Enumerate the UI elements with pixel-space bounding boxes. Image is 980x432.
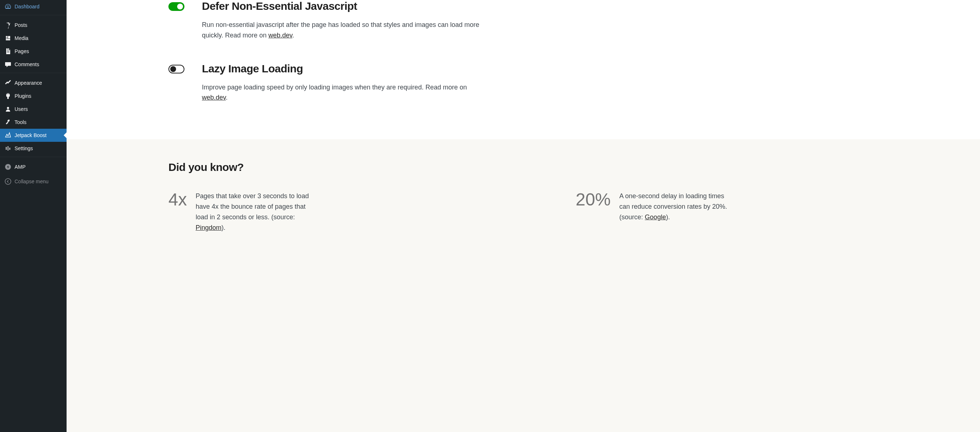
- sidebar-item-label: Appearance: [14, 80, 42, 86]
- sidebar-item-label: Jetpack Boost: [14, 132, 46, 138]
- webdev-link[interactable]: web.dev: [269, 32, 293, 39]
- webdev-link[interactable]: web.dev: [202, 94, 226, 101]
- plugins-icon: [4, 92, 12, 100]
- fact-conversion-rate: 20% A one-second delay in loading times …: [576, 191, 966, 233]
- setting-content: Lazy Image Loading Improve page loading …: [202, 62, 486, 103]
- facts-grid: 4x Pages that take over 3 seconds to loa…: [169, 191, 966, 233]
- google-link[interactable]: Google: [645, 213, 666, 221]
- sidebar-item-label: Collapse menu: [14, 179, 48, 184]
- toggle-lazy-images[interactable]: [169, 65, 185, 73]
- sidebar-item-appearance[interactable]: Appearance: [0, 76, 67, 89]
- sidebar-separator: [0, 157, 67, 159]
- sidebar-item-label: AMP: [14, 164, 25, 170]
- pin-icon: [4, 21, 12, 29]
- svg-point-1: [5, 179, 11, 184]
- sidebar-item-pages[interactable]: Pages: [0, 45, 67, 58]
- did-you-know-section: Did you know? 4x Pages that take over 3 …: [67, 139, 980, 432]
- sidebar-item-amp[interactable]: AMP: [0, 160, 67, 173]
- admin-sidebar: Dashboard Posts Media Pages Comments App…: [0, 0, 67, 432]
- sidebar-item-users[interactable]: Users: [0, 103, 67, 116]
- setting-defer-js: Defer Non-Essential Javascript Run non-e…: [169, 0, 488, 41]
- toggle-knob: [170, 66, 176, 72]
- amp-icon: [4, 163, 12, 170]
- tools-icon: [4, 119, 12, 126]
- fact-bounce-rate: 4x Pages that take over 3 seconds to loa…: [169, 191, 558, 233]
- sidebar-item-label: Posts: [14, 22, 27, 28]
- pages-icon: [4, 48, 12, 55]
- collapse-icon: [4, 178, 12, 185]
- setting-title: Defer Non-Essential Javascript: [202, 0, 486, 13]
- main-content: Defer Non-Essential Javascript Run non-e…: [67, 0, 980, 432]
- sidebar-item-label: Media: [14, 35, 29, 41]
- setting-description: Improve page loading speed by only loadi…: [202, 82, 486, 103]
- sidebar-item-label: Dashboard: [14, 4, 40, 10]
- sidebar-item-label: Pages: [14, 48, 29, 54]
- footer-title: Did you know?: [169, 161, 966, 173]
- sidebar-item-label: Users: [14, 106, 28, 112]
- settings-icon: [4, 145, 12, 152]
- toggle-defer-js[interactable]: [169, 2, 185, 11]
- fact-number: 20%: [576, 191, 611, 208]
- sidebar-item-comments[interactable]: Comments: [0, 58, 67, 71]
- sidebar-item-collapse[interactable]: Collapse menu: [0, 175, 67, 188]
- sidebar-item-dashboard[interactable]: Dashboard: [0, 0, 67, 13]
- toggle-knob: [177, 4, 183, 10]
- pingdom-link[interactable]: Pingdom: [196, 224, 221, 231]
- sidebar-item-label: Plugins: [14, 93, 31, 99]
- media-icon: [4, 35, 12, 42]
- sidebar-separator: [0, 15, 67, 17]
- setting-title: Lazy Image Loading: [202, 62, 486, 75]
- dashboard-icon: [4, 3, 12, 10]
- users-icon: [4, 105, 12, 113]
- boost-icon: [4, 132, 12, 139]
- setting-content: Defer Non-Essential Javascript Run non-e…: [202, 0, 486, 41]
- settings-section: Defer Non-Essential Javascript Run non-e…: [67, 0, 503, 139]
- sidebar-item-label: Settings: [14, 145, 33, 151]
- sidebar-item-media[interactable]: Media: [0, 32, 67, 45]
- comments-icon: [4, 61, 12, 68]
- sidebar-item-settings[interactable]: Settings: [0, 142, 67, 155]
- sidebar-item-tools[interactable]: Tools: [0, 116, 67, 129]
- sidebar-item-label: Tools: [14, 119, 27, 125]
- fact-number: 4x: [169, 191, 187, 208]
- sidebar-item-jetpack-boost[interactable]: Jetpack Boost: [0, 129, 67, 142]
- sidebar-item-posts[interactable]: Posts: [0, 19, 67, 32]
- setting-description: Run non-essential javascript after the p…: [202, 20, 486, 41]
- sidebar-item-plugins[interactable]: Plugins: [0, 89, 67, 103]
- sidebar-item-label: Comments: [14, 62, 39, 67]
- sidebar-separator: [0, 73, 67, 75]
- appearance-icon: [4, 79, 12, 87]
- fact-text: A one-second delay in loading times can …: [619, 191, 736, 222]
- fact-text: Pages that take over 3 seconds to load h…: [196, 191, 312, 233]
- setting-lazy-images: Lazy Image Loading Improve page loading …: [169, 62, 488, 103]
